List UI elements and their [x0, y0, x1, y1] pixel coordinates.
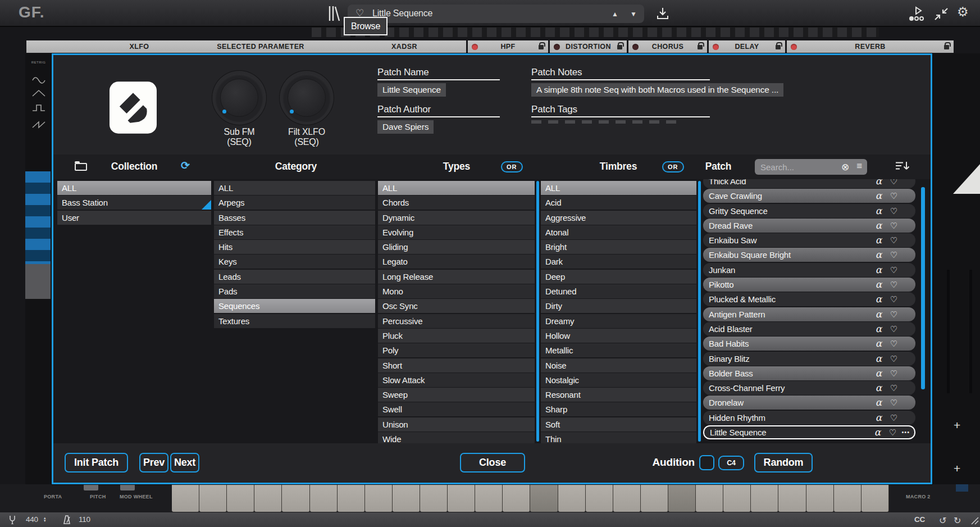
alpha-sort-icon[interactable]: α [876, 366, 882, 380]
sort-icon[interactable] [895, 161, 910, 174]
piano-key[interactable] [696, 484, 723, 512]
patch-row[interactable]: Thick Acid α ♡ ••• [703, 179, 915, 188]
alpha-sort-icon[interactable]: α [876, 352, 882, 366]
piano-key[interactable] [806, 484, 834, 512]
favorite-heart-icon[interactable]: ♡ [890, 179, 897, 188]
timbres-scrollbar[interactable] [698, 181, 701, 442]
piano-key[interactable] [613, 484, 641, 512]
favorite-heart-icon[interactable]: ♡ [890, 292, 897, 306]
timbre-item[interactable]: Metallic [541, 343, 696, 357]
piano-key[interactable] [199, 484, 227, 512]
search-input[interactable] [760, 160, 836, 174]
timbre-item[interactable]: Acid [541, 196, 696, 210]
alpha-sort-icon[interactable]: α [876, 179, 882, 188]
cc-indicator[interactable]: CC [914, 515, 925, 524]
tempo-value[interactable]: 110 [79, 515, 90, 524]
collapse-window-icon[interactable] [934, 7, 949, 23]
timbre-item[interactable]: Aggressive [541, 211, 696, 225]
alpha-sort-icon[interactable]: α [876, 219, 882, 233]
favorite-heart-icon[interactable]: ♡ [890, 381, 897, 395]
type-item[interactable]: Legato [378, 255, 535, 269]
timbre-item[interactable]: Atonal [541, 225, 696, 239]
timbre-item[interactable]: Deep [541, 270, 696, 284]
piano-key[interactable] [641, 484, 668, 512]
type-item[interactable]: Short [378, 358, 535, 372]
piano-key[interactable] [530, 484, 558, 512]
timbre-item[interactable]: Resonant [541, 388, 696, 402]
fx-header[interactable]: DELAY [709, 40, 785, 53]
patch-row[interactable]: Dread Rave α ♡ ••• [703, 219, 915, 233]
piano-key[interactable] [393, 484, 420, 512]
fx-header[interactable]: REVERB [787, 40, 954, 53]
patch-tag[interactable] [548, 120, 558, 124]
timbre-item[interactable]: Nostalgic [541, 373, 696, 387]
lock-icon[interactable] [944, 45, 949, 49]
timbre-item[interactable]: Dirty [541, 299, 696, 313]
piano-key[interactable] [448, 484, 475, 512]
patch-row[interactable]: Dronelaw α ♡ ••• [703, 396, 915, 410]
alpha-sort-icon[interactable]: α [876, 411, 882, 425]
alpha-sort-icon[interactable]: α [876, 292, 882, 306]
timbre-item[interactable]: Sharp [541, 402, 696, 416]
random-button[interactable]: Random [754, 453, 813, 473]
next-button[interactable]: Next [170, 453, 199, 473]
midi-play-icon[interactable] [909, 6, 926, 24]
piano-key[interactable] [338, 484, 365, 512]
mod-wheel[interactable] [120, 484, 135, 490]
fx-led-indicator[interactable] [472, 44, 478, 50]
type-item[interactable]: Evolving [378, 225, 535, 239]
fx-led-indicator[interactable] [554, 44, 560, 50]
piano-key[interactable] [778, 484, 806, 512]
save-patch-icon[interactable] [656, 7, 669, 22]
slider-track[interactable] [969, 270, 972, 393]
type-item[interactable]: Wide [378, 432, 535, 443]
type-item[interactable]: Slow Attack [378, 373, 535, 387]
favorite-heart-icon[interactable]: ♡ [890, 189, 897, 203]
favorite-heart-icon[interactable]: ♡ [890, 396, 897, 410]
piano-key[interactable] [723, 484, 751, 512]
patch-tag[interactable] [582, 120, 592, 124]
category-item[interactable]: Effects [214, 225, 375, 239]
alpha-sort-icon[interactable]: α [874, 426, 881, 438]
category-item[interactable]: Sequences [214, 299, 375, 313]
favorite-heart-icon[interactable]: ♡ [890, 263, 897, 277]
patch-row[interactable]: Binary Blitz α ♡ ••• [703, 352, 915, 366]
patch-tag[interactable] [616, 120, 626, 124]
timbres-or-toggle[interactable]: OR [662, 161, 684, 172]
favorite-heart-icon[interactable]: ♡ [890, 411, 897, 425]
favorite-heart-icon[interactable]: ♡ [890, 233, 897, 247]
favorite-heart-icon[interactable]: ♡ [889, 426, 896, 438]
patch-row[interactable]: Hidden Rhythm α ♡ ••• [703, 411, 915, 425]
timbre-item[interactable]: Dreamy [541, 314, 696, 328]
piano-key[interactable] [503, 484, 530, 512]
patch-row[interactable]: Enkaibu Square Bright α ♡ ••• [703, 248, 915, 262]
plus-icon[interactable]: + [954, 462, 960, 475]
piano-key[interactable] [862, 484, 889, 512]
timbre-item[interactable]: Soft [541, 417, 696, 431]
patch-author-value[interactable]: Dave Spiers [377, 120, 434, 134]
type-item[interactable]: Sweep [378, 388, 535, 402]
refresh-icon[interactable]: ⟳ [181, 159, 190, 172]
type-item[interactable]: ALL [378, 181, 535, 195]
alpha-sort-icon[interactable]: α [876, 396, 882, 410]
init-patch-button[interactable]: Init Patch [65, 453, 128, 473]
favorite-heart-icon[interactable]: ♡ [890, 337, 897, 351]
fx-header[interactable]: DISTORTION [550, 40, 627, 53]
category-item[interactable]: ALL [214, 181, 375, 195]
fx-led-indicator[interactable] [632, 44, 639, 50]
fx-header[interactable]: CHORUS [628, 40, 707, 53]
prev-button[interactable]: Prev [139, 453, 168, 473]
patch-tag[interactable] [632, 120, 642, 124]
patch-row[interactable]: Gritty Sequence α ♡ ••• [703, 204, 915, 218]
alpha-sort-icon[interactable]: α [876, 307, 882, 321]
timbre-item[interactable]: Hollow [541, 329, 696, 343]
piano-key[interactable] [254, 484, 282, 512]
category-item[interactable]: Keys [214, 255, 375, 269]
piano-key[interactable] [834, 484, 862, 512]
current-patch-field[interactable]: ♡ Little Sequence ▲ ▼ [348, 4, 644, 23]
patch-tag[interactable] [666, 120, 676, 124]
collection-item[interactable]: Bass Station [57, 196, 211, 210]
timbre-item[interactable]: ALL [541, 181, 696, 195]
type-item[interactable]: Dynamic [378, 211, 535, 225]
patch-row[interactable]: Bad Habits α ♡ ••• [703, 337, 915, 351]
